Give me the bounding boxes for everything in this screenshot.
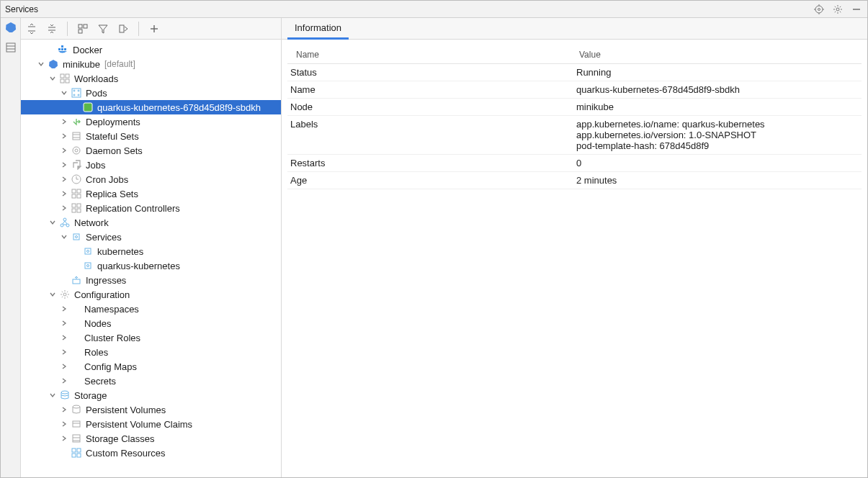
- chevron-right-icon[interactable]: [58, 116, 70, 127]
- tree-node-nodes[interactable]: Nodes: [21, 316, 281, 330]
- structure-icon[interactable]: [4, 41, 17, 54]
- tree-node-services[interactable]: Services: [21, 230, 281, 244]
- tree-node-svc-kubernetes[interactable]: kubernetes: [21, 244, 281, 258]
- tree-node-config-maps[interactable]: Config Maps: [21, 359, 281, 374]
- empty-tw: [45, 44, 57, 55]
- chevron-right-icon[interactable]: [58, 375, 70, 387]
- filter-icon[interactable]: [97, 22, 109, 35]
- chevron-right-icon[interactable]: [58, 173, 70, 185]
- cron-jobs-icon: [70, 173, 83, 186]
- tree-node-secrets[interactable]: Secrets: [21, 374, 281, 388]
- hide-icon[interactable]: [850, 3, 863, 16]
- tree-label: kubernetes: [97, 246, 143, 257]
- tree-node-ingresses[interactable]: Ingresses: [21, 273, 281, 287]
- tree-node-daemon-sets[interactable]: Daemon Sets: [21, 143, 281, 158]
- tree-node-storage[interactable]: Storage: [21, 388, 281, 402]
- tree-node-configuration[interactable]: Configuration: [21, 287, 281, 302]
- tree[interactable]: Docker minikube [default] Workloads Pods: [21, 40, 281, 478]
- table-row: Namequarkus-kubernetes-678d45d8f9-sbdkh: [287, 81, 862, 99]
- svg-point-62: [76, 236, 78, 238]
- chevron-down-icon[interactable]: [47, 389, 58, 401]
- chevron-right-icon[interactable]: [58, 202, 70, 214]
- sidebar-toolbar: [21, 18, 281, 40]
- svg-rect-48: [77, 189, 81, 193]
- chevron-right-icon[interactable]: [58, 404, 70, 415]
- group-icon[interactable]: [76, 22, 89, 35]
- chevron-down-icon[interactable]: [47, 289, 58, 300]
- network-icon: [58, 216, 71, 229]
- tree-node-docker[interactable]: Docker: [21, 42, 281, 57]
- add-icon[interactable]: [148, 22, 161, 35]
- tree-node-minikube[interactable]: minikube [default]: [21, 57, 281, 71]
- chevron-down-icon[interactable]: [47, 73, 58, 84]
- svg-point-33: [73, 90, 75, 91]
- svg-rect-37: [84, 103, 92, 112]
- chevron-down-icon[interactable]: [35, 58, 47, 70]
- target-icon[interactable]: [813, 3, 826, 16]
- chevron-right-icon[interactable]: [58, 145, 70, 156]
- chevron-right-icon[interactable]: [58, 361, 70, 372]
- chevron-right-icon[interactable]: [58, 346, 70, 358]
- tree-node-cron-jobs[interactable]: Cron Jobs: [21, 172, 281, 186]
- tree-node-pods[interactable]: Pods: [21, 86, 281, 100]
- expand-all-icon[interactable]: [25, 22, 38, 35]
- gear-icon: [58, 288, 71, 301]
- chevron-right-icon[interactable]: [58, 418, 70, 430]
- tab-information[interactable]: Information: [287, 19, 349, 40]
- svg-rect-26: [61, 45, 63, 48]
- tree-label: Daemon Sets: [86, 145, 143, 156]
- chevron-right-icon[interactable]: [58, 303, 70, 315]
- svg-rect-31: [66, 79, 69, 83]
- tree-node-workloads[interactable]: Workloads: [21, 71, 281, 86]
- tree-node-replica-sets[interactable]: Replica Sets: [21, 186, 281, 201]
- autoscroll-icon[interactable]: [117, 22, 130, 35]
- tree-node-cluster-roles[interactable]: Cluster Roles: [21, 330, 281, 345]
- tree-node-network[interactable]: Network: [21, 215, 281, 230]
- tree-node-pod-selected[interactable]: quarkus-kubernetes-678d45d8f9-sbdkh: [21, 100, 281, 114]
- chevron-right-icon[interactable]: [58, 188, 70, 199]
- svg-rect-16: [79, 24, 82, 28]
- replication-controllers-icon: [70, 202, 83, 215]
- svg-point-66: [87, 265, 89, 267]
- chevron-right-icon[interactable]: [58, 130, 70, 142]
- tree-node-replication-controllers[interactable]: Replication Controllers: [21, 201, 281, 215]
- stateful-sets-icon: [70, 130, 83, 143]
- svg-rect-23: [58, 48, 61, 50]
- tree-node-svc-quarkus[interactable]: quarkus-kubernetes: [21, 258, 281, 273]
- chevron-right-icon[interactable]: [58, 317, 70, 329]
- chevron-down-icon[interactable]: [58, 87, 70, 99]
- gear-icon[interactable]: [831, 3, 844, 16]
- collapse-all-icon[interactable]: [45, 22, 58, 35]
- tree-node-roles[interactable]: Roles: [21, 345, 281, 359]
- tree-label: Stateful Sets: [86, 131, 139, 142]
- chevron-down-icon[interactable]: [47, 217, 58, 228]
- tree-node-persistent-volume-claims[interactable]: Persistent Volume Claims: [21, 417, 281, 431]
- kubernetes-icon[interactable]: [4, 21, 17, 34]
- chevron-right-icon[interactable]: [58, 159, 70, 171]
- tree-label: minikube: [63, 59, 100, 70]
- svg-point-69: [63, 293, 66, 296]
- svg-marker-27: [49, 60, 58, 68]
- chevron-right-icon[interactable]: [58, 332, 70, 343]
- row-value: minikube: [576, 102, 862, 112]
- tree-node-custom-resources[interactable]: Custom Resources: [21, 446, 281, 460]
- svg-point-36: [78, 94, 79, 96]
- tree-node-persistent-volumes[interactable]: Persistent Volumes: [21, 402, 281, 417]
- chevron-down-icon[interactable]: [58, 231, 70, 243]
- storage-icon: [58, 389, 71, 402]
- tree-label: Jobs: [86, 160, 105, 171]
- svg-point-43: [75, 149, 78, 152]
- chevron-right-icon[interactable]: [58, 433, 70, 444]
- tree-node-storage-classes[interactable]: Storage Classes: [21, 431, 281, 446]
- table-header: Name Value: [287, 45, 862, 64]
- tree-node-stateful-sets[interactable]: Stateful Sets: [21, 129, 281, 143]
- svg-point-56: [66, 224, 69, 227]
- svg-line-60: [65, 221, 67, 224]
- svg-rect-72: [73, 421, 80, 427]
- table-body: StatusRunningNamequarkus-kubernetes-678d…: [287, 64, 862, 189]
- tree-node-jobs[interactable]: Jobs: [21, 158, 281, 172]
- tree-node-deployments[interactable]: Deployments: [21, 114, 281, 129]
- tree-node-namespaces[interactable]: Namespaces: [21, 302, 281, 316]
- svg-rect-54: [77, 209, 81, 212]
- tree-label: quarkus-kubernetes-678d45d8f9-sbdkh: [97, 102, 261, 113]
